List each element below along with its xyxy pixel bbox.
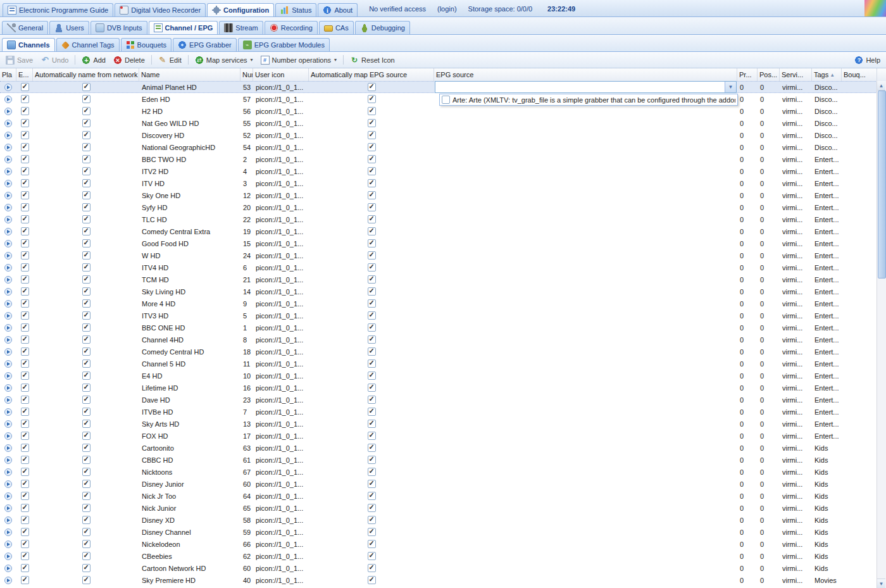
automap-epg-checkbox[interactable] <box>368 179 376 187</box>
enabled-checkbox[interactable] <box>21 552 29 560</box>
table-row[interactable]: Comedy Central Extra 19 picon://1_0_1...… <box>0 225 877 237</box>
table-row[interactable]: ITV4 HD 6 picon://1_0_1... 0 0 virmi... … <box>0 261 877 273</box>
automap-epg-checkbox[interactable] <box>368 504 376 512</box>
automap-epg-checkbox[interactable] <box>368 107 376 115</box>
enabled-checkbox[interactable] <box>21 420 29 428</box>
autoname-checkbox[interactable] <box>82 311 90 320</box>
table-row[interactable]: Cartoonito 63 picon://1_0_1... 0 0 virmi… <box>0 442 877 454</box>
enabled-checkbox[interactable] <box>21 335 29 344</box>
automap-epg-checkbox[interactable] <box>368 311 376 320</box>
tab-cas[interactable]: CAs <box>319 21 354 34</box>
autoname-checkbox[interactable] <box>82 323 90 332</box>
autoname-checkbox[interactable] <box>82 263 90 272</box>
play-icon[interactable] <box>4 444 12 452</box>
table-row[interactable]: Sky Premiere HD 40 picon://1_0_1... 0 0 … <box>0 574 877 586</box>
table-row[interactable]: CBeebies 62 picon://1_0_1... 0 0 virmi..… <box>0 550 877 562</box>
automap-epg-checkbox[interactable] <box>368 576 376 584</box>
enabled-checkbox[interactable] <box>21 275 29 284</box>
autoname-checkbox[interactable] <box>82 107 90 115</box>
autoname-checkbox[interactable] <box>82 576 90 584</box>
epg-source-cell[interactable] <box>434 358 737 370</box>
table-row[interactable]: Sky One HD 12 picon://1_0_1... 0 0 virmi… <box>0 189 877 201</box>
enabled-checkbox[interactable] <box>21 564 29 572</box>
table-row[interactable]: E4 HD 10 picon://1_0_1... 0 0 virmi... E… <box>0 370 877 382</box>
automap-epg-checkbox[interactable] <box>368 203 376 211</box>
edit-button[interactable]: Edit <box>155 54 185 66</box>
tab-bouquets[interactable]: Bouquets <box>121 38 172 51</box>
automap-epg-checkbox[interactable] <box>368 227 376 235</box>
epg-source-cell[interactable] <box>434 454 737 466</box>
table-row[interactable]: Disney Channel 59 picon://1_0_1... 0 0 v… <box>0 526 877 538</box>
epg-source-cell[interactable] <box>434 105 737 117</box>
epg-source-cell[interactable] <box>434 490 737 502</box>
enabled-checkbox[interactable] <box>21 347 29 356</box>
tab-dvb-inputs[interactable]: DVB Inputs <box>90 21 147 34</box>
play-icon[interactable] <box>4 408 12 416</box>
autoname-checkbox[interactable] <box>82 432 90 440</box>
automap-epg-checkbox[interactable] <box>368 131 376 139</box>
autoname-checkbox[interactable] <box>82 360 90 368</box>
automap-epg-checkbox[interactable] <box>368 456 376 464</box>
play-icon[interactable] <box>4 132 12 139</box>
enabled-checkbox[interactable] <box>21 456 29 464</box>
autoname-checkbox[interactable] <box>82 444 90 452</box>
tab-about[interactable]: About <box>318 3 358 16</box>
autoname-checkbox[interactable] <box>82 119 90 127</box>
epg-source-cell[interactable] <box>434 526 737 538</box>
autoname-checkbox[interactable] <box>82 167 90 175</box>
table-row[interactable]: CBBC HD 61 picon://1_0_1... 0 0 virmi...… <box>0 454 877 466</box>
epg-source-cell[interactable] <box>434 514 737 526</box>
autoname-checkbox[interactable] <box>82 372 90 380</box>
table-row[interactable]: Disney XD 58 picon://1_0_1... 0 0 virmi.… <box>0 514 877 526</box>
autoname-checkbox[interactable] <box>82 239 90 247</box>
play-icon[interactable] <box>4 264 12 272</box>
table-row[interactable]: Discovery HD 52 picon://1_0_1... 0 0 vir… <box>0 129 877 141</box>
play-icon[interactable] <box>4 276 12 284</box>
enabled-checkbox[interactable] <box>21 576 29 584</box>
play-icon[interactable] <box>4 84 12 91</box>
dropdown-item-arte[interactable]: Arte: Arte (XMLTV: tv_grab_file is a sim… <box>440 94 737 105</box>
autoname-checkbox[interactable] <box>82 95 90 103</box>
play-icon[interactable] <box>4 144 12 151</box>
tab-general[interactable]: General <box>2 21 48 34</box>
play-icon[interactable] <box>4 180 12 187</box>
enabled-checkbox[interactable] <box>21 119 29 127</box>
automap-epg-checkbox[interactable] <box>368 119 376 127</box>
automap-epg-checkbox[interactable] <box>368 335 376 344</box>
map-services-button[interactable]: Map services ▾ <box>192 54 256 66</box>
epg-source-cell[interactable] <box>434 165 737 177</box>
enabled-checkbox[interactable] <box>21 372 29 380</box>
autoname-checkbox[interactable] <box>82 299 90 308</box>
table-row[interactable]: Sky Arts HD 13 picon://1_0_1... 0 0 virm… <box>0 418 877 430</box>
table-row[interactable]: Channel 5 HD 11 picon://1_0_1... 0 0 vir… <box>0 358 877 370</box>
automap-epg-checkbox[interactable] <box>368 155 376 163</box>
automap-epg-checkbox[interactable] <box>368 83 376 91</box>
play-icon[interactable] <box>4 372 12 380</box>
enabled-checkbox[interactable] <box>21 167 29 175</box>
vertical-scrollbar[interactable]: ▲ ▼ <box>877 81 886 588</box>
automap-epg-checkbox[interactable] <box>368 95 376 103</box>
enabled-checkbox[interactable] <box>21 299 29 308</box>
play-icon[interactable] <box>4 312 12 320</box>
epg-source-cell[interactable] <box>434 129 737 141</box>
column-header-pr[interactable]: Pr... <box>737 68 758 81</box>
autoname-checkbox[interactable] <box>82 275 90 284</box>
epg-source-cell[interactable] <box>434 538 737 550</box>
epg-source-cell[interactable] <box>434 117 737 129</box>
dropdown-item-checkbox[interactable] <box>442 96 450 104</box>
automap-epg-checkbox[interactable] <box>368 540 376 548</box>
delete-button[interactable]: Delete <box>110 54 148 66</box>
autoname-checkbox[interactable] <box>82 480 90 488</box>
automap-epg-checkbox[interactable] <box>368 408 376 416</box>
autoname-checkbox[interactable] <box>82 516 90 524</box>
column-header-name[interactable]: Name <box>139 68 240 81</box>
table-row[interactable]: Eden HD 57 picon://1_0_1... 0 0 virmi...… <box>0 93 877 105</box>
column-header-bouq[interactable]: Bouq... <box>842 68 877 81</box>
tab-channels[interactable]: Channels <box>2 38 55 51</box>
enabled-checkbox[interactable] <box>21 239 29 247</box>
play-icon[interactable] <box>4 240 12 247</box>
epg-source-cell[interactable] <box>434 406 737 418</box>
autoname-checkbox[interactable] <box>82 552 90 560</box>
epg-source-input[interactable] <box>435 82 725 92</box>
tab-electronic-programme-guide[interactable]: Electronic Programme Guide <box>3 3 113 16</box>
